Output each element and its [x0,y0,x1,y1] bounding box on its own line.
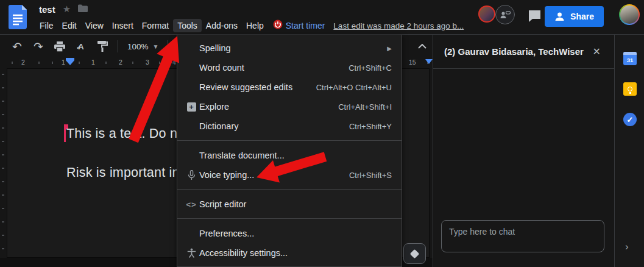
comment-icon [528,10,542,23]
menu-separator [177,189,402,190]
share-button[interactable]: Share [545,6,604,27]
menu-item-translate-document[interactable]: Translate document... [177,146,402,165]
ruler-mark: 2 [117,59,124,66]
menu-separator [177,140,402,141]
menu-help[interactable]: Help [242,19,268,32]
print-icon[interactable] [54,40,66,53]
document-text-line: Risk is important in lif [66,165,193,180]
toolbar-divider [118,40,118,52]
star-icon[interactable]: ★ [63,4,71,15]
chat-panel: (2) Gaurav Bidasaria, TechWiser ✕ [433,35,615,267]
shortcut-label: Ctrl+Shift+S [349,171,392,180]
document-text-line: This is a test. Do not [66,126,188,141]
collaborator-cursor [64,125,66,142]
share-label: Share [570,12,594,21]
ruler-mark: 3 [144,59,151,66]
hide-side-panel-icon[interactable]: › [625,241,629,253]
redo-icon[interactable]: ↷ [32,40,44,53]
tools-dropdown-menu: Spelling ▶ Word count Ctrl+Shift+C Revie… [177,35,402,267]
chevron-up-icon [418,44,426,49]
accessibility-icon [183,248,199,258]
comment-history-button[interactable] [528,10,542,25]
account-avatar[interactable] [619,4,640,25]
close-icon[interactable]: ✕ [593,46,601,57]
explore-diamond-icon [410,249,420,258]
shortcut-label: Ctrl+Alt+O Ctrl+Alt+U [316,83,392,92]
indent-marker[interactable] [66,58,74,65]
right-indent-marker[interactable] [425,59,433,64]
vertical-ruler [0,68,6,258]
code-icon: <> [186,200,196,209]
collaborator-avatar[interactable] [478,5,495,23]
join-call-button[interactable] [495,5,515,24]
menu-format[interactable]: Format [138,19,173,32]
chevron-down-icon: ▼ [153,43,159,50]
chat-title: (2) Gaurav Bidasaria, TechWiser [444,46,584,57]
undo-icon[interactable]: ↶ [11,40,23,53]
power-timer-icon [273,20,283,32]
ruler-mark: 2 [19,59,27,66]
menu-insert[interactable]: Insert [108,19,138,32]
microphone-icon [183,170,199,180]
chat-input[interactable] [441,220,604,252]
top-bar: test ★ File Edit View Insert Format Tool… [0,0,644,35]
menu-item-explore[interactable]: + Explore Ctrl+Alt+Shift+I [177,97,402,116]
person-chat-icon [500,10,511,19]
menu-tools[interactable]: Tools [173,19,202,32]
menu-item-accessibility-settings[interactable]: Accessibility settings... [177,243,402,263]
last-edit-link[interactable]: Last edit was made 2 hours ago b... [333,21,464,30]
zoom-value: 100% [127,42,149,51]
menu-edit[interactable]: Edit [58,19,81,32]
side-panel: 31 ✓ › [615,35,644,267]
menu-item-review-suggested-edits[interactable]: Review suggested edits Ctrl+Alt+O Ctrl+A… [177,77,402,97]
shortcut-label: Ctrl+Alt+Shift+I [338,102,392,112]
google-docs-window: test ★ File Edit View Insert Format Tool… [0,0,644,267]
document-title[interactable]: test [39,4,55,15]
start-timer-button[interactable]: Start timer [273,20,325,32]
menu-item-spelling[interactable]: Spelling ▶ [177,38,402,58]
folder-icon[interactable] [78,4,88,15]
menu-separator [177,218,402,219]
submenu-arrow-icon: ▶ [387,45,392,52]
menu-item-dictionary[interactable]: Dictionary Ctrl+Shift+Y [177,116,402,136]
tasks-icon[interactable]: ✓ [623,113,637,126]
docs-logo-icon[interactable] [9,5,27,32]
toolbar-divider [168,40,168,52]
start-timer-label: Start timer [286,21,325,30]
menu-view[interactable]: View [81,19,108,32]
explore-icon: + [187,102,196,112]
shortcut-label: Ctrl+Shift+Y [349,122,392,131]
paint-format-icon[interactable] [96,40,108,53]
ruler-mark-far: 15 [407,59,418,66]
calendar-icon[interactable]: 31 [623,52,637,65]
share-person-icon [554,12,565,21]
explore-fab-button[interactable] [403,243,426,264]
shortcut-label: Ctrl+Shift+C [349,63,392,73]
chat-header: (2) Gaurav Bidasaria, TechWiser ✕ [433,35,614,69]
ruler-mark: 1 [90,59,97,66]
menu-addons[interactable]: Add-ons [202,19,242,32]
menu-item-voice-typing[interactable]: Voice typing... Ctrl+Shift+S [177,165,402,185]
zoom-select[interactable]: 100% ▼ [127,42,158,51]
hide-menus-button[interactable] [414,38,431,55]
menu-item-script-editor[interactable]: <> Script editor [177,194,402,214]
menu-item-preferences[interactable]: Preferences... [177,224,402,243]
menu-file[interactable]: File [35,19,58,32]
menu-bar: File Edit View Insert Format Tools Add-o… [35,18,464,33]
keep-icon[interactable] [623,82,637,96]
spellcheck-icon[interactable]: A✓ [75,40,87,53]
menu-item-word-count[interactable]: Word count Ctrl+Shift+C [177,58,402,77]
